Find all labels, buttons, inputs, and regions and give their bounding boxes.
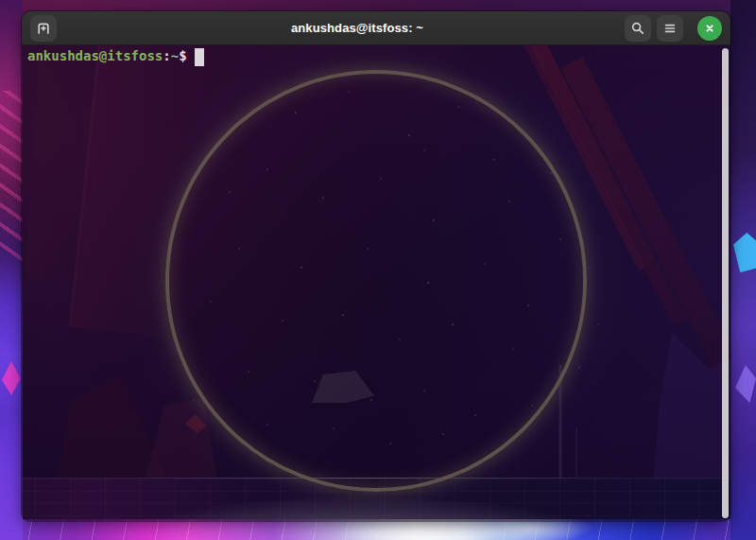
terminal-window: ankushdas@itsfoss: ~ (22, 11, 730, 521)
close-button[interactable] (697, 16, 722, 41)
wallpaper-glowing-floor (0, 519, 756, 540)
search-icon (630, 21, 645, 36)
menu-icon (662, 21, 678, 36)
prompt-path: ~ (171, 48, 179, 63)
scrollbar-thumb[interactable] (722, 48, 729, 518)
window-title: ankushdas@itsfoss: ~ (88, 21, 627, 35)
titlebar-right-controls (625, 15, 722, 42)
close-icon (703, 22, 716, 35)
terminal-screen[interactable]: ankushdas@itsfoss:~$ (22, 45, 730, 521)
shell-prompt: ankushdas@itsfoss:~$ (27, 47, 204, 65)
prompt-separator: : (163, 48, 170, 63)
prompt-symbol: $ (179, 48, 186, 63)
terminal-cursor (195, 48, 204, 66)
titlebar[interactable]: ankushdas@itsfoss: ~ (22, 11, 730, 45)
new-tab-icon (36, 21, 51, 36)
wallpaper-left-streaks (0, 91, 23, 261)
wallpaper-left-crystals (0, 0, 23, 540)
desktop: ankushdas@itsfoss: ~ (0, 0, 756, 540)
menu-button[interactable] (657, 15, 683, 42)
new-tab-button[interactable] (30, 15, 57, 42)
search-button[interactable] (625, 15, 651, 42)
prompt-user-host: ankushdas@itsfoss (27, 48, 163, 63)
